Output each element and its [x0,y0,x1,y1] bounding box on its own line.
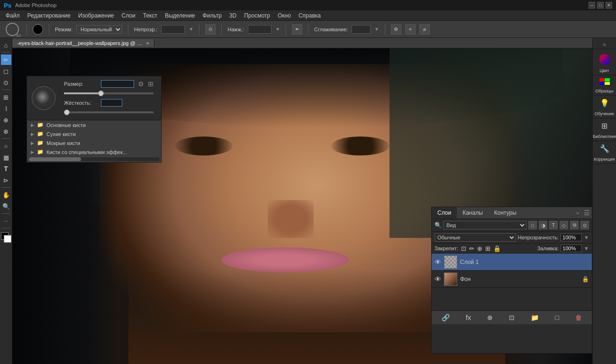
hardness-input[interactable]: 0% [101,99,122,107]
layers-tab-paths[interactable]: Контуры [489,207,522,218]
mode-select[interactable]: Нормальный [76,25,122,34]
category-basic[interactable]: ▶ 📁 Основные кисти [27,120,161,129]
color-panel-tab[interactable]: Цвет [593,52,616,75]
samples-panel-tab[interactable]: Образцы [593,76,616,96]
text-tool[interactable]: T [1,164,11,174]
blend-mode-select[interactable]: Обычные [435,233,516,242]
filter-shape-btn[interactable]: ◇ [560,221,568,229]
angle-btn[interactable]: ⌀ [419,24,430,35]
filter-smart-btn[interactable]: ⧉ [570,221,579,229]
panel-expand-btn[interactable]: » [603,41,606,48]
layers-expand-btn[interactable]: » [573,207,582,218]
group-btn[interactable]: 📁 [529,313,541,322]
menu-edit[interactable]: Редактирование [24,11,74,20]
opacity-dropdown-btn[interactable]: ▼ [189,27,193,32]
filter-toggle-btn[interactable]: ⊙ [580,221,589,229]
healing-tool[interactable]: ⊕ [1,115,11,125]
layers-menu-btn[interactable]: ☰ [582,207,592,218]
fill-options-btn[interactable]: ▼ [584,246,589,251]
lock-move-btn[interactable]: ⊕ [477,245,482,252]
close-btn[interactable]: ✕ [606,2,612,9]
clone-tool[interactable]: ⊗ [1,126,11,136]
filter-pixel-btn[interactable]: □ [528,221,537,229]
symmetry-btn[interactable]: ⌖ [405,24,416,35]
gradient-tool[interactable]: ▦ [1,152,11,163]
path-tool[interactable]: ⊳ [1,175,11,185]
document-tab[interactable]: -eyes-black-hair-portrait__people-wallpa… [12,39,154,47]
menu-select[interactable]: Выделение [161,11,199,20]
opacity-value-input[interactable] [561,234,582,241]
smoothing-input[interactable]: 10% [352,25,371,34]
filter-select[interactable]: Вид [444,221,526,229]
separator-7 [308,24,308,35]
brush-preview-btn[interactable] [33,24,43,35]
filter-text-btn[interactable]: T [549,221,558,229]
lock-transparent-btn[interactable]: ⊡ [461,245,466,252]
menu-filter[interactable]: Фильтр [199,11,226,20]
layers-tab-channels[interactable]: Каналы [457,207,489,218]
brush-tool[interactable]: ✏ [1,55,11,65]
flow-input[interactable]: 100% [248,25,272,34]
title-bar: Ps Adobe Photoshop ─ □ ✕ [0,0,616,10]
mask-btn[interactable]: ⊡ [507,313,516,322]
menu-3d[interactable]: 3D [226,11,240,20]
smoothing-dropdown-btn[interactable]: ▼ [374,27,379,32]
lasso-tool[interactable]: ⊙ [1,77,11,88]
airbrush-btn[interactable]: ⊙ [205,24,216,35]
eyedropper-tool[interactable]: ⌇ [1,103,11,114]
brush-panel-scrollbar[interactable] [29,157,159,161]
category-dry[interactable]: ▶ 📁 Сухие кисти [27,129,161,138]
flow-dropdown-btn[interactable]: ▼ [275,27,280,32]
settings-btn[interactable]: ⚙ [391,24,401,35]
menu-view[interactable]: Просмотр [240,11,274,20]
stylus-btn[interactable]: ✒ [292,24,302,35]
crop-tool[interactable]: ⊞ [1,92,11,102]
menu-help[interactable]: Справка [295,11,325,20]
layers-tab-layers[interactable]: Слои [432,207,457,218]
dodge-tool[interactable]: ○ [1,141,11,151]
menu-window[interactable]: Окно [274,11,295,20]
size-input[interactable]: 40 пикс. [101,80,134,88]
panel-settings-btn[interactable]: ⚙ [138,80,144,88]
fx-btn[interactable]: fx [464,313,473,322]
background-visibility-btn[interactable]: 👁 [435,275,441,283]
menu-text[interactable]: Текст [139,11,161,20]
category-special[interactable]: ▶ 📁 Кисти со специальными эффек... [27,147,161,156]
menu-layers[interactable]: Слои [118,11,139,20]
maximize-btn[interactable]: □ [597,2,604,9]
size-slider-container[interactable] [64,90,154,97]
link-layers-btn[interactable]: 🔗 [440,313,452,322]
opacity-input[interactable]: 100% [161,25,185,34]
fill-input[interactable] [561,245,582,252]
new-fill-btn[interactable]: ⊕ [485,313,495,322]
delete-layer-btn[interactable]: 🗑 [573,313,584,322]
panel-resize-btn[interactable]: ⊞ [148,80,154,88]
lock-artboard-btn[interactable]: ⊞ [485,245,490,252]
filter-adjust-btn[interactable]: ◑ [539,221,547,229]
hardness-slider-container[interactable] [64,109,154,116]
layer1-visibility-btn[interactable]: 👁 [435,258,441,266]
hardness-row: Жёсткость: 0% [64,99,154,107]
foreground-color[interactable] [1,232,11,243]
learn-panel-tab[interactable]: 💡 Обучение [593,97,616,118]
libraries-panel-tab[interactable]: ⊞ Библиотеки [593,119,616,141]
zoom-tool[interactable]: 🔍 [1,201,11,211]
eraser-tool[interactable]: ◻ [1,66,11,76]
lock-paint-btn[interactable]: ✏ [469,245,474,252]
minimize-btn[interactable]: ─ [589,2,595,9]
hand-tool[interactable]: ✋ [1,190,11,200]
opacity-options-btn[interactable]: ▼ [584,235,589,240]
category-wet[interactable]: ▶ 📁 Мокрые кисти [27,138,161,147]
brush-categories: ▶ 📁 Основные кисти ▶ 📁 Сухие кисти ▶ 📁 М… [27,120,161,156]
more-tools-btn[interactable]: ··· [1,216,11,226]
lock-all-btn[interactable]: 🔒 [493,245,501,252]
home-tool[interactable]: ⌂ [1,40,11,50]
menu-image[interactable]: Изображение [74,11,118,20]
tab-close-btn[interactable]: × [146,40,149,46]
menu-file[interactable]: Файл [2,11,24,20]
new-layer-btn[interactable]: □ [553,313,561,322]
right-icon-panel: » Цвет Образцы 💡 Обучение ⊞ Библиотеки 🔧… [592,38,616,364]
layer-item-layer1[interactable]: 👁 Слой 1 [432,254,592,271]
correction-panel-tab[interactable]: 🔧 Коррекция [593,142,616,164]
layer-item-background[interactable]: 👁 Фон 🔒 [432,271,592,288]
